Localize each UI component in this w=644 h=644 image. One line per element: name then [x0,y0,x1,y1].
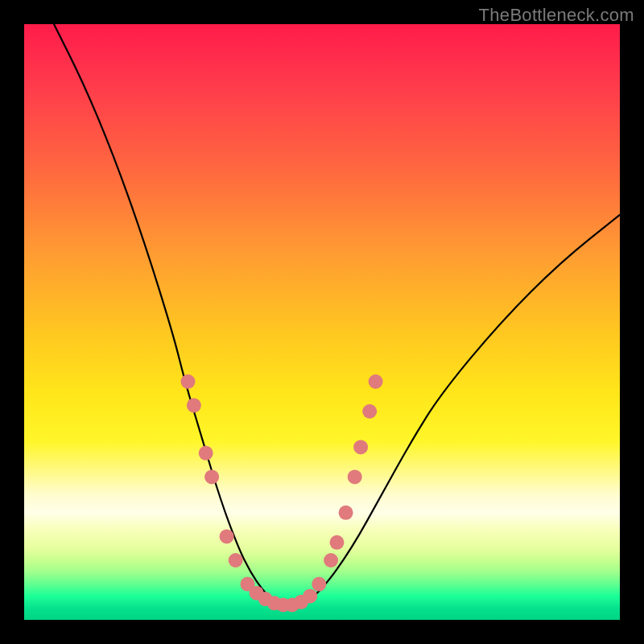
data-marker [187,398,201,413]
data-marker [312,577,326,592]
data-marker [204,469,219,484]
data-marker [362,404,377,419]
chart-svg [24,24,620,620]
plot-area [24,24,620,620]
data-marker [339,506,353,520]
bottleneck-curve [54,24,620,608]
data-marker [229,553,243,568]
data-marker [199,446,213,460]
data-marker [181,374,196,389]
data-marker [330,535,345,550]
watermark-text: TheBottleneck.com [479,5,634,26]
marker-group [181,374,383,613]
data-marker [369,374,383,389]
chart-frame: TheBottleneck.com [0,0,644,644]
data-marker [303,588,317,603]
data-marker [324,553,338,568]
data-marker [220,529,234,543]
data-marker [348,469,362,484]
data-marker [353,440,368,454]
